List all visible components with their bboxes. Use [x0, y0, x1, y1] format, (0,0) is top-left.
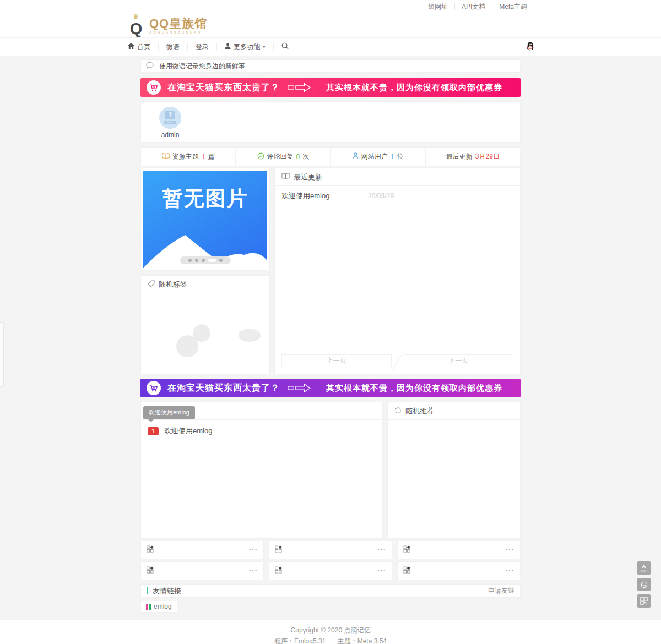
footer-theme: 主题：Meta 3.54 [338, 637, 387, 644]
stat-unit: 位 [397, 152, 403, 161]
qq-penguin-icon [526, 41, 534, 52]
more-ellipsis: ··· [377, 547, 386, 553]
stat-users: 网站用户 1 位 [330, 148, 425, 166]
nav-item-login[interactable]: 登录 [188, 43, 217, 51]
nav-item-more[interactable]: 更多功能 ▾ [217, 43, 274, 51]
friend-link-emlog[interactable]: emlog [140, 601, 177, 613]
widget-grid: ··· ··· ··· ··· ··· ··· [140, 541, 521, 580]
empty-space [275, 206, 520, 354]
site-title: QQ皇族馆 [149, 17, 207, 30]
stat-value: 1 [391, 153, 394, 161]
ad-banner-top[interactable]: 在淘宝天猫买东西太贵了？ 其实根本就不贵，因为你没有领取内部优惠券 [140, 78, 521, 97]
nav-more-label: 更多功能 [234, 42, 260, 52]
widget-card[interactable]: ··· [140, 541, 264, 559]
widget-card[interactable]: ··· [397, 541, 521, 559]
recent-updates-panel: 最近更新 欢迎使用emlog 20/03/29 上一页 下一页 [274, 168, 521, 374]
recent-updates-title: 最近更新 [294, 172, 322, 182]
ad-banner-bottom[interactable]: 在淘宝天猫买东西太贵了？ 其实根本就不贵，因为你没有领取内部优惠券 [140, 379, 521, 397]
stat-unit: 篇 [208, 152, 214, 161]
article-title: 欢迎使用emlog [281, 191, 329, 201]
comment-button[interactable] [637, 578, 651, 591]
side-panel-handle[interactable] [0, 322, 4, 387]
avatar[interactable]: ? [159, 107, 181, 129]
more-ellipsis: ··· [506, 547, 514, 553]
slider-dot-active[interactable] [208, 259, 216, 262]
nav-item-home[interactable]: 首页 [127, 43, 159, 51]
widget-card[interactable]: ··· [269, 561, 392, 580]
banner-answer: 其实根本就不贵，因为你没有领取内部优惠券 [326, 83, 502, 93]
pagination: 上一页 下一页 [275, 354, 520, 374]
nav-weiyu-label: 微语 [166, 42, 180, 52]
person-icon [353, 152, 359, 161]
slider-dots [180, 256, 231, 264]
category-grid-icon [403, 545, 410, 555]
up-arrow-icon [641, 564, 647, 570]
top-label: TOP [640, 570, 648, 572]
slider-dot[interactable] [188, 259, 192, 262]
stat-unit: 次 [302, 152, 309, 161]
friend-links-title: 友情链接 [153, 586, 181, 596]
topbar-link-api-docs[interactable]: API文档 [455, 3, 492, 10]
qq-login-button[interactable] [526, 41, 534, 52]
more-ellipsis: ··· [377, 568, 386, 574]
copyright-text: Copyright © 2020 点滴记忆 [0, 626, 661, 635]
site-logo[interactable]: ♛ Q QQ皇族馆 QQHUANGZUGUAN [127, 14, 207, 37]
no-image-placeholder: 暂无图片 [143, 185, 267, 212]
comment-check-icon [257, 152, 264, 161]
book-icon [162, 153, 170, 161]
emlog-logo-icon [146, 604, 151, 610]
notice-bar: 使用微语记录您身边的新鲜事 [140, 59, 521, 73]
random-tags-title: 随机标签 [159, 280, 187, 290]
apply-link-button[interactable]: 申请友链 [488, 586, 514, 596]
banner-answer: 其实根本就不贵，因为你没有领取内部优惠券 [326, 383, 502, 394]
tag-placeholder-blob [193, 324, 210, 342]
widget-card[interactable]: ··· [397, 561, 521, 580]
stat-value: 1 [202, 153, 205, 161]
back-to-top-button[interactable]: TOP [637, 561, 651, 575]
widget-card[interactable]: ··· [140, 561, 264, 580]
cart-icon [147, 381, 161, 395]
username[interactable]: admin [159, 131, 181, 139]
floating-toolbar: TOP [637, 561, 651, 608]
category-grid-icon [275, 566, 282, 576]
qrcode-button[interactable] [637, 594, 651, 608]
image-slider[interactable]: 暂无图片 [140, 168, 270, 271]
smiley-icon [640, 581, 648, 589]
speech-bubble-icon [146, 62, 154, 70]
more-ellipsis: ··· [506, 568, 514, 574]
nav-home-label: 首页 [137, 42, 150, 52]
topbar: 短网址 API文档 Meta主题 [0, 0, 661, 13]
cart-icon [147, 80, 161, 95]
green-accent-bar [147, 587, 148, 594]
banner-question: 在淘宝天猫买东西太贵了？ [167, 383, 280, 394]
topbar-link-short-url[interactable]: 短网址 [421, 3, 455, 10]
stat-label: 最后更新 [446, 152, 473, 161]
site-header: ♛ Q QQ皇族馆 QQHUANGZUGUAN [0, 13, 661, 37]
random-recommend-title: 随机推荐 [405, 406, 434, 416]
article-date: 20/03/29 [368, 192, 394, 200]
nav-login-label: 登录 [196, 42, 209, 52]
stat-comments: 评论回复 0 次 [235, 148, 330, 166]
article-list-item[interactable]: 欢迎使用emlog 20/03/29 [275, 186, 520, 206]
slider-dot[interactable] [202, 259, 205, 262]
next-page-button[interactable]: 下一页 [404, 354, 514, 367]
random-recommend-panel: 随机推荐 [387, 402, 521, 539]
banner-question: 在淘宝天猫买东西太贵了？ [167, 82, 280, 94]
search-button[interactable] [274, 42, 296, 51]
friend-links-panel: 友情链接 申请友链 [140, 584, 521, 598]
slider-dot[interactable] [219, 259, 223, 262]
home-icon [128, 43, 134, 51]
prev-page-button[interactable]: 上一页 [281, 354, 392, 367]
widget-card[interactable]: ··· [269, 541, 392, 559]
footer: Copyright © 2020 点滴记忆 程序：Emlog5.31 主题：Me… [0, 620, 661, 644]
stat-value: 0 [296, 153, 300, 161]
hot-ranking-panel: 欢迎使用emlog 热度榜单 1 欢迎使用emlog [140, 402, 383, 539]
stat-label: 评论回复 [267, 152, 294, 161]
logo-q-mark: ♛ Q [127, 14, 145, 37]
nav-item-weiyu[interactable]: 微语 [159, 43, 188, 51]
topbar-link-meta-theme[interactable]: Meta主题 [492, 3, 534, 10]
hot-list-item[interactable]: 1 欢迎使用emlog [141, 420, 382, 442]
slider-dot[interactable] [195, 259, 198, 262]
arrow-right-icon [288, 383, 318, 393]
book-icon [281, 173, 290, 181]
